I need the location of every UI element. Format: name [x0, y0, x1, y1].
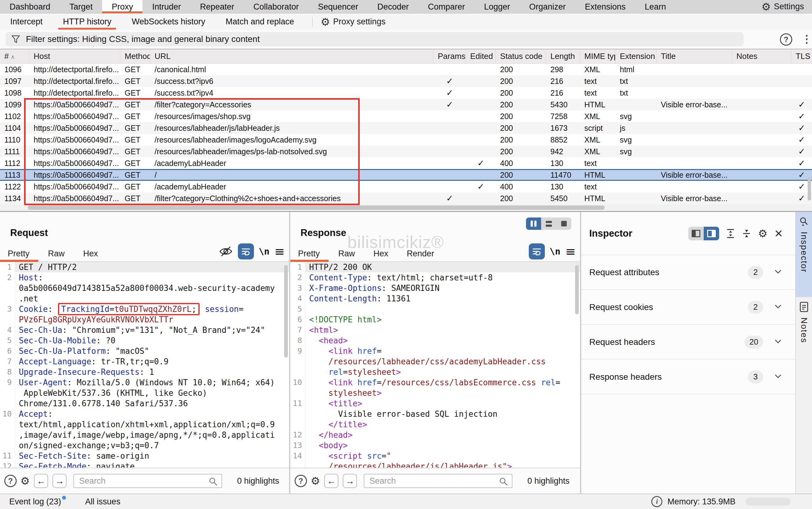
inspector-section-response-headers[interactable]: Response headers3 [581, 360, 796, 394]
side-tab-inspector[interactable]: Inspector [796, 212, 812, 297]
layout-columns-button[interactable] [526, 217, 541, 230]
word-wrap-toggle[interactable] [238, 243, 254, 260]
cell [732, 110, 791, 122]
main-tab-target[interactable]: Target [60, 0, 102, 13]
column-header-host[interactable]: Host [29, 49, 120, 63]
table-row[interactable]: 1096http://detectportal.firefo...GET/can… [0, 64, 812, 75]
request-tab-raw[interactable]: Raw [48, 246, 65, 261]
table-row[interactable]: 1102https://0a5b0066049d7...GET/resource… [0, 110, 812, 122]
table-row[interactable]: 1122https://0a5b0066049d7...GET/academyL… [0, 181, 812, 193]
inspector-section-request-cookies[interactable]: Request cookies2 [581, 290, 796, 325]
info-icon[interactable]: i [651, 496, 663, 507]
gear-icon[interactable]: ⚙ [20, 476, 30, 486]
main-tab-repeater[interactable]: Repeater [190, 0, 244, 13]
editor-menu-icon[interactable]: ≡ [565, 245, 576, 258]
column-header-index[interactable]: #∧ [0, 49, 29, 63]
layout-single-button[interactable] [556, 217, 571, 230]
column-header-title[interactable]: Title [656, 49, 732, 63]
main-tab-decoder[interactable]: Decoder [368, 0, 418, 13]
filter-settings-button[interactable]: Filter settings: Hiding CSS, image and g… [5, 32, 744, 46]
next-match-button[interactable]: → [343, 474, 357, 488]
table-row[interactable]: 1104https://0a5b0066049d7...GET/resource… [0, 122, 812, 134]
gear-icon[interactable]: ⚙ [311, 476, 320, 486]
dock-left-button[interactable] [688, 227, 704, 240]
column-header-method[interactable]: Method [120, 49, 150, 63]
history-table-header[interactable]: #∧HostMethodURLParamsEditedStatus codeLe… [0, 49, 812, 64]
table-row[interactable]: 1098http://detectportal.firefo...GET/suc… [0, 87, 812, 99]
table-vertical-scrollbar-thumb[interactable] [808, 177, 811, 201]
layout-rows-button[interactable] [541, 217, 556, 230]
request-scrollbar-thumb[interactable] [284, 265, 288, 358]
main-tab-comparer[interactable]: Comparer [418, 0, 474, 13]
editor-menu-icon[interactable]: ≡ [274, 245, 285, 258]
main-tab-logger[interactable]: Logger [474, 0, 519, 13]
response-tab-raw[interactable]: Raw [338, 246, 355, 261]
column-header-length[interactable]: Length [546, 49, 580, 63]
request-tab-hex[interactable]: Hex [83, 246, 98, 261]
column-header-extension[interactable]: Extension [615, 49, 656, 63]
cell: ✓ [466, 181, 496, 193]
help-icon[interactable]: ? [295, 475, 307, 487]
main-tab-collaborator[interactable]: Collaborator [244, 0, 308, 13]
gear-icon[interactable]: ⚙ [758, 228, 767, 239]
main-tab-intruder[interactable]: Intruder [142, 0, 190, 13]
help-icon[interactable]: ? [780, 33, 792, 46]
help-icon[interactable]: ? [4, 475, 16, 487]
column-header-url[interactable]: URL [150, 49, 434, 63]
response-tab-pretty[interactable]: Pretty [298, 246, 320, 261]
column-header-tls[interactable]: TLS [791, 49, 812, 63]
sub-tab-match-and-replace[interactable]: Match and replace [215, 14, 304, 30]
main-tab-organizer[interactable]: Organizer [519, 0, 575, 13]
sub-tab-websockets-history[interactable]: WebSockets history [122, 14, 215, 30]
response-tab-hex[interactable]: Hex [374, 246, 388, 261]
inspector-section-request-headers[interactable]: Request headers20 [581, 325, 796, 360]
cell: txt [615, 87, 656, 99]
sub-tab-http-history[interactable]: HTTP history [53, 14, 122, 30]
table-row[interactable]: 1111https://0a5b0066049d7...GET/resource… [0, 146, 812, 157]
expand-all-icon[interactable] [726, 228, 735, 239]
response-tab-render[interactable]: Render [407, 246, 434, 261]
main-tab-learn[interactable]: Learn [635, 0, 676, 13]
word-wrap-toggle[interactable] [529, 243, 545, 260]
search-input[interactable] [74, 476, 204, 486]
collapse-all-icon[interactable] [742, 228, 751, 239]
column-header-edited[interactable]: Edited [466, 49, 496, 63]
next-match-button[interactable]: → [53, 474, 67, 488]
table-row[interactable]: 1113https://0a5b0066049d7...GET/20011470… [0, 169, 812, 181]
main-tab-dashboard[interactable]: Dashboard [0, 0, 60, 13]
response-editor[interactable]: 1HTTP/2 200 OK2Content-Type: text/html; … [290, 262, 580, 468]
inspector-section-request-attributes[interactable]: Request attributes2 [581, 255, 796, 290]
table-row[interactable]: 1099https://0a5b0066049d7...GET/filter?c… [0, 99, 812, 110]
response-scrollbar-thumb[interactable] [575, 265, 579, 314]
request-tab-pretty[interactable]: Pretty [8, 246, 30, 261]
scrollbar-thumb[interactable] [28, 205, 605, 210]
kebab-menu-icon[interactable]: ⋮ [802, 33, 812, 45]
close-icon[interactable]: ✕ [774, 227, 783, 240]
side-tab-notes[interactable]: Notes [796, 297, 812, 396]
hide-nonprintable-icon[interactable] [219, 245, 233, 258]
proxy-settings-button[interactable]: ⚙ Proxy settings [320, 14, 385, 30]
search-input[interactable] [364, 476, 494, 486]
column-header-notes[interactable]: Notes [732, 49, 791, 63]
request-editor[interactable]: 1GET / HTTP/22Host: 0a5b0066049d7143815a… [0, 262, 289, 468]
dock-right-button[interactable] [704, 227, 719, 240]
table-row[interactable]: 1097http://detectportal.firefo...GET/suc… [0, 75, 812, 87]
table-row[interactable]: 1112https://0a5b0066049d7...GET/academyL… [0, 157, 812, 169]
previous-match-button[interactable]: ← [34, 474, 48, 488]
main-tab-extensions[interactable]: Extensions [575, 0, 635, 13]
column-header-status-code[interactable]: Status code [496, 49, 546, 63]
all-issues-button[interactable]: All issues [85, 497, 120, 507]
table-row[interactable]: 1110https://0a5b0066049d7...GET/resource… [0, 134, 812, 146]
previous-match-button[interactable]: ← [324, 474, 338, 488]
cell: GET [120, 87, 150, 99]
column-header-params[interactable]: Params [434, 49, 466, 63]
event-log-button[interactable]: Event log (23) [9, 497, 66, 507]
main-tab-proxy[interactable]: Proxy [102, 0, 142, 13]
settings-button[interactable]: ⚙ Settings [762, 0, 812, 13]
main-tab-sequencer[interactable]: Sequencer [308, 0, 368, 13]
sub-tab-intercept[interactable]: Intercept [0, 14, 53, 30]
show-linebreaks-toggle[interactable]: \n [259, 246, 270, 257]
table-row[interactable]: 1134https://0a5b0066049d7...GET/filter?c… [0, 193, 812, 204]
column-header-mime-type[interactable]: MIME type [580, 49, 615, 63]
show-linebreaks-toggle[interactable]: \n [550, 246, 561, 257]
